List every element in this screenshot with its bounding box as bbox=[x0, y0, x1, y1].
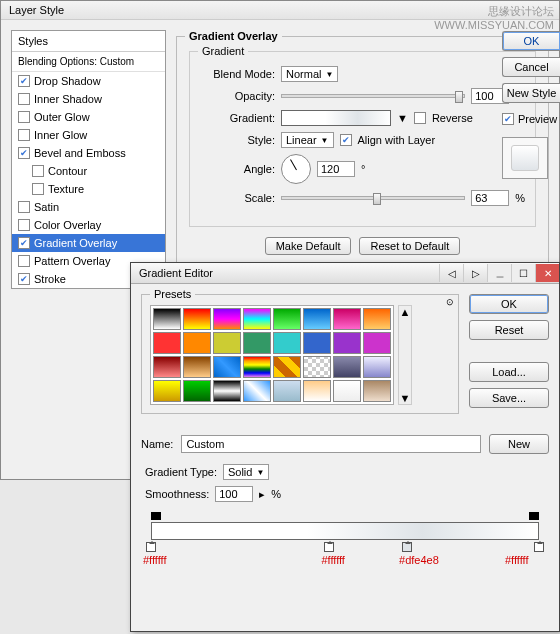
preset-swatch[interactable] bbox=[303, 332, 331, 354]
blending-options[interactable]: Blending Options: Custom bbox=[12, 52, 165, 72]
preset-swatch[interactable] bbox=[363, 380, 391, 402]
flyout-icon[interactable]: ⊙ bbox=[446, 297, 454, 307]
preset-swatch[interactable] bbox=[333, 380, 361, 402]
reverse-checkbox[interactable] bbox=[414, 112, 426, 124]
scroll-up-icon[interactable]: ▲ bbox=[400, 306, 411, 318]
scrollbar[interactable]: ▲▼ bbox=[398, 305, 412, 405]
gradient-editor-titlebar[interactable]: Gradient Editor ◁ ▷ ＿ ☐ ✕ bbox=[131, 263, 559, 284]
preset-swatch[interactable] bbox=[243, 332, 271, 354]
style-inner-shadow[interactable]: Inner Shadow bbox=[12, 90, 165, 108]
scale-input[interactable]: 63 bbox=[471, 190, 509, 206]
checkbox-icon[interactable] bbox=[18, 273, 30, 285]
reset-default-button[interactable]: Reset to Default bbox=[359, 237, 460, 255]
checkbox-icon[interactable] bbox=[18, 75, 30, 87]
opacity-stop-icon[interactable] bbox=[529, 512, 539, 520]
checkbox-icon[interactable] bbox=[18, 237, 30, 249]
styles-header[interactable]: Styles bbox=[12, 31, 165, 52]
preset-swatch[interactable] bbox=[153, 308, 181, 330]
make-default-button[interactable]: Make Default bbox=[265, 237, 352, 255]
prev-icon[interactable]: ◁ bbox=[439, 264, 463, 282]
style-select[interactable]: Linear▼ bbox=[281, 132, 334, 148]
preset-swatch[interactable] bbox=[333, 356, 361, 378]
preset-swatch[interactable] bbox=[153, 332, 181, 354]
new-style-button[interactable]: New Style bbox=[502, 83, 560, 103]
preset-swatch[interactable] bbox=[243, 380, 271, 402]
color-stop-icon[interactable] bbox=[146, 542, 156, 552]
color-stop-icon[interactable] bbox=[402, 542, 412, 552]
preset-swatch[interactable] bbox=[153, 380, 181, 402]
preset-swatch[interactable] bbox=[363, 332, 391, 354]
opacity-stops-track[interactable] bbox=[151, 512, 539, 522]
preset-swatch[interactable] bbox=[273, 308, 301, 330]
preset-swatch[interactable] bbox=[213, 332, 241, 354]
ge-load-button[interactable]: Load... bbox=[469, 362, 549, 382]
preset-swatch[interactable] bbox=[243, 308, 271, 330]
style-texture[interactable]: Texture bbox=[12, 180, 165, 198]
chevron-down-icon[interactable]: ▼ bbox=[397, 112, 408, 124]
preset-swatch[interactable] bbox=[363, 308, 391, 330]
preset-swatch[interactable] bbox=[333, 332, 361, 354]
preset-swatch[interactable] bbox=[183, 380, 211, 402]
name-input[interactable] bbox=[181, 435, 481, 453]
scale-slider[interactable] bbox=[281, 196, 465, 200]
gradient-type-select[interactable]: Solid▼ bbox=[223, 464, 269, 480]
checkbox-icon[interactable] bbox=[18, 219, 30, 231]
preset-swatch[interactable] bbox=[273, 332, 301, 354]
checkbox-icon[interactable] bbox=[32, 183, 44, 195]
slider-thumb-icon[interactable] bbox=[373, 193, 381, 205]
next-icon[interactable]: ▷ bbox=[463, 264, 487, 282]
checkbox-icon[interactable] bbox=[18, 129, 30, 141]
preset-swatch[interactable] bbox=[363, 356, 391, 378]
smoothness-input[interactable]: 100 bbox=[215, 486, 253, 502]
style-gradient-overlay[interactable]: Gradient Overlay bbox=[12, 234, 165, 252]
cancel-button[interactable]: Cancel bbox=[502, 57, 560, 77]
ge-ok-button[interactable]: OK bbox=[469, 294, 549, 314]
angle-dial[interactable] bbox=[281, 154, 311, 184]
checkbox-icon[interactable] bbox=[32, 165, 44, 177]
checkbox-icon[interactable] bbox=[18, 201, 30, 213]
gradient-swatch[interactable] bbox=[281, 110, 391, 126]
checkbox-icon[interactable] bbox=[18, 255, 30, 267]
style-contour[interactable]: Contour bbox=[12, 162, 165, 180]
preset-swatch[interactable] bbox=[213, 356, 241, 378]
ge-reset-button[interactable]: Reset bbox=[469, 320, 549, 340]
preset-swatch[interactable] bbox=[303, 356, 331, 378]
style-inner-glow[interactable]: Inner Glow bbox=[12, 126, 165, 144]
close-icon[interactable]: ✕ bbox=[535, 264, 559, 282]
style-drop-shadow[interactable]: Drop Shadow bbox=[12, 72, 165, 90]
maximize-icon[interactable]: ☐ bbox=[511, 264, 535, 282]
preset-swatch[interactable] bbox=[183, 308, 211, 330]
preset-swatch[interactable] bbox=[243, 356, 271, 378]
preset-swatch[interactable] bbox=[183, 356, 211, 378]
color-stop-icon[interactable] bbox=[324, 542, 334, 552]
angle-input[interactable]: 120 bbox=[317, 161, 355, 177]
style-satin[interactable]: Satin bbox=[12, 198, 165, 216]
preset-swatch[interactable] bbox=[303, 308, 331, 330]
preview-checkbox[interactable] bbox=[502, 113, 514, 125]
slider-thumb-icon[interactable] bbox=[455, 91, 463, 103]
opacity-stop-icon[interactable] bbox=[151, 512, 161, 520]
checkbox-icon[interactable] bbox=[18, 111, 30, 123]
blend-mode-select[interactable]: Normal▼ bbox=[281, 66, 338, 82]
color-stop-icon[interactable] bbox=[534, 542, 544, 552]
checkbox-icon[interactable] bbox=[18, 93, 30, 105]
chevron-right-icon[interactable]: ▸ bbox=[259, 488, 265, 501]
preset-swatch[interactable] bbox=[183, 332, 211, 354]
style-bevel-emboss[interactable]: Bevel and Emboss bbox=[12, 144, 165, 162]
scroll-down-icon[interactable]: ▼ bbox=[400, 392, 411, 404]
preset-swatch[interactable] bbox=[303, 380, 331, 402]
ok-button[interactable]: OK bbox=[502, 31, 560, 51]
preset-swatch[interactable] bbox=[213, 308, 241, 330]
preset-swatch[interactable] bbox=[333, 308, 361, 330]
ge-save-button[interactable]: Save... bbox=[469, 388, 549, 408]
preset-swatch[interactable] bbox=[153, 356, 181, 378]
preset-swatch[interactable] bbox=[273, 356, 301, 378]
style-color-overlay[interactable]: Color Overlay bbox=[12, 216, 165, 234]
opacity-slider[interactable] bbox=[281, 94, 465, 98]
gradient-bar[interactable] bbox=[151, 522, 539, 540]
minimize-icon[interactable]: ＿ bbox=[487, 264, 511, 282]
color-stops-track[interactable]: #ffffff#ffffff#dfe4e8#ffffff bbox=[151, 542, 539, 572]
align-checkbox[interactable] bbox=[340, 134, 352, 146]
preset-swatch[interactable] bbox=[273, 380, 301, 402]
checkbox-icon[interactable] bbox=[18, 147, 30, 159]
